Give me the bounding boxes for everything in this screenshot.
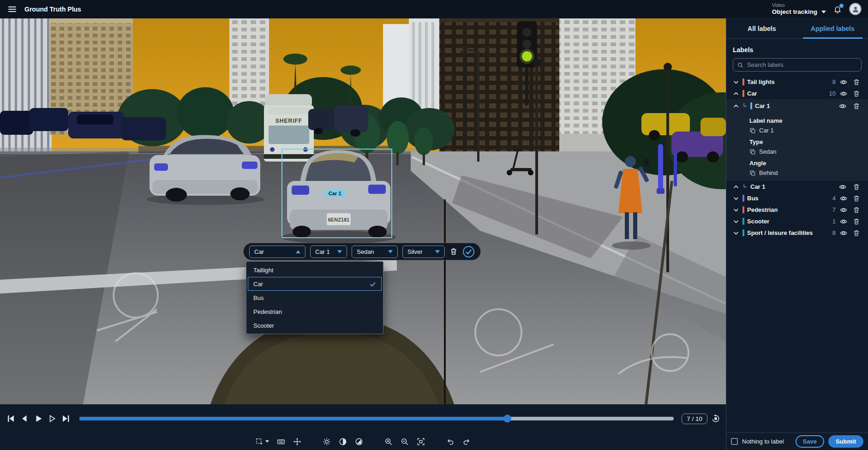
instance-row-car-1[interactable]: Car 1 [733, 100, 862, 112]
trash-icon[interactable] [851, 182, 862, 192]
trash-icon[interactable] [851, 77, 862, 87]
label-count: 7 [832, 206, 836, 213]
eye-icon[interactable] [838, 216, 849, 226]
eye-icon[interactable] [838, 101, 848, 111]
skip-last-frame-button[interactable] [60, 413, 72, 425]
menu-icon[interactable] [6, 5, 18, 14]
eye-icon[interactable] [838, 182, 848, 192]
labels-panel: All labels Applied labels Labels Tail li… [726, 18, 868, 450]
user-avatar[interactable] [849, 3, 862, 15]
search-labels-box[interactable] [733, 58, 862, 72]
fit-to-screen-icon[interactable] [417, 438, 425, 446]
frame-slider[interactable] [79, 417, 674, 420]
tab-all-labels[interactable]: All labels [726, 18, 797, 38]
label-row-tail-lights[interactable]: Tail lights 8 [733, 76, 862, 88]
canvas-toolbar [0, 433, 726, 450]
nothing-to-label-checkbox[interactable] [731, 438, 738, 445]
color-dropdown[interactable]: Silver [402, 246, 445, 258]
eye-icon[interactable] [838, 205, 849, 215]
box-select-tool[interactable] [255, 438, 269, 446]
option-label: Bus [253, 294, 263, 301]
label-class-dropdown[interactable]: Car [249, 246, 305, 258]
trash-icon[interactable] [851, 228, 862, 238]
menu-option-taillight[interactable]: Taillight [248, 263, 382, 277]
trash-icon[interactable] [851, 205, 862, 215]
eye-icon[interactable] [838, 77, 849, 87]
undo-icon[interactable] [446, 438, 455, 446]
label-row-car[interactable]: Car 10 [733, 88, 862, 99]
task-category: Video [772, 2, 826, 8]
exposure-icon[interactable] [355, 438, 363, 446]
trash-icon[interactable] [851, 101, 862, 111]
zoom-in-icon[interactable] [384, 438, 393, 446]
menu-option-car[interactable]: Car [248, 277, 382, 291]
zoom-out-icon[interactable] [401, 438, 409, 446]
eye-icon[interactable] [838, 228, 849, 238]
playback-bar: 7 / 10 [0, 404, 726, 433]
type-value: Sedan [357, 248, 374, 255]
label-row-scooter[interactable]: Scooter 1 [733, 216, 862, 227]
car-instance-expanded: Car 1 Label name Car 1 Type Sed [726, 99, 868, 181]
bounding-box-tag[interactable]: Car 1 [325, 190, 345, 197]
menu-option-scooter[interactable]: Scooter [248, 318, 382, 332]
notifications-icon[interactable] [833, 5, 842, 13]
label-class-value: Car [254, 248, 264, 255]
pan-tool-icon[interactable] [293, 438, 301, 446]
type-dropdown[interactable]: Sedan [352, 246, 398, 258]
task-selector[interactable]: Video Object tracking [772, 2, 826, 16]
field-label: Label name [749, 117, 862, 124]
submit-button[interactable]: Submit [828, 435, 863, 448]
chevron-down-icon[interactable] [821, 11, 826, 13]
label-name: Scooter [747, 218, 769, 225]
label-class-menu: Taillight Car Bus Pedestrian Scooter [246, 261, 383, 334]
instance-name: Car 1 [750, 183, 766, 190]
brightness-icon[interactable] [323, 438, 331, 446]
confirm-check-icon[interactable] [462, 246, 475, 258]
chevron-down-icon [435, 250, 440, 253]
skip-first-frame-button[interactable] [5, 413, 16, 425]
label-row-bus[interactable]: Bus 4 [733, 192, 862, 204]
chevron-down-icon[interactable] [733, 230, 740, 236]
trash-icon[interactable] [851, 193, 862, 203]
copy-icon[interactable] [749, 170, 756, 176]
eye-icon[interactable] [838, 89, 849, 98]
instance-dropdown[interactable]: Car 1 [310, 246, 347, 258]
chevron-up-icon[interactable] [733, 90, 740, 97]
label-count: 1 [832, 218, 836, 225]
trash-icon[interactable] [851, 89, 862, 98]
previous-frame-button[interactable] [18, 413, 30, 425]
menu-option-pedestrian[interactable]: Pedestrian [248, 305, 382, 318]
trash-icon[interactable] [449, 247, 458, 256]
nothing-to-label-text: Nothing to label [742, 438, 784, 445]
copy-icon[interactable] [749, 127, 756, 134]
label-color-bar [742, 218, 744, 225]
auto-track-icon[interactable] [710, 413, 721, 425]
keyboard-icon[interactable] [277, 438, 285, 446]
video-canvas[interactable]: SHERIFF [0, 18, 726, 404]
save-button[interactable]: Save [796, 435, 824, 448]
contrast-icon[interactable] [339, 438, 347, 446]
menu-option-bus[interactable]: Bus [248, 291, 382, 305]
tab-applied-labels[interactable]: Applied labels [797, 18, 868, 38]
play-button[interactable] [32, 413, 44, 425]
eye-icon[interactable] [838, 193, 849, 203]
chevron-down-icon[interactable] [733, 207, 740, 213]
field-label: Type [749, 138, 862, 145]
instance-row-car-1-second[interactable]: Car 1 [733, 181, 862, 192]
chevron-down-icon[interactable] [733, 195, 740, 202]
copy-icon[interactable] [749, 149, 756, 155]
chevron-up-icon[interactable] [733, 103, 740, 109]
chevron-up-icon[interactable] [733, 184, 740, 190]
chevron-down-icon [265, 440, 269, 443]
search-labels-input[interactable] [747, 61, 857, 68]
next-frame-button[interactable] [46, 413, 58, 425]
label-row-sport-leisure[interactable]: Sport / leisure facilities 8 [733, 227, 862, 239]
chevron-down-icon[interactable] [733, 218, 740, 225]
check-icon [369, 281, 376, 288]
label-row-pedestrian[interactable]: Pedestrian 7 [733, 204, 862, 216]
trash-icon[interactable] [851, 216, 862, 226]
frame-slider-handle[interactable] [503, 415, 511, 423]
label-count: 4 [832, 195, 836, 202]
redo-icon[interactable] [462, 438, 471, 446]
chevron-down-icon[interactable] [733, 79, 740, 85]
